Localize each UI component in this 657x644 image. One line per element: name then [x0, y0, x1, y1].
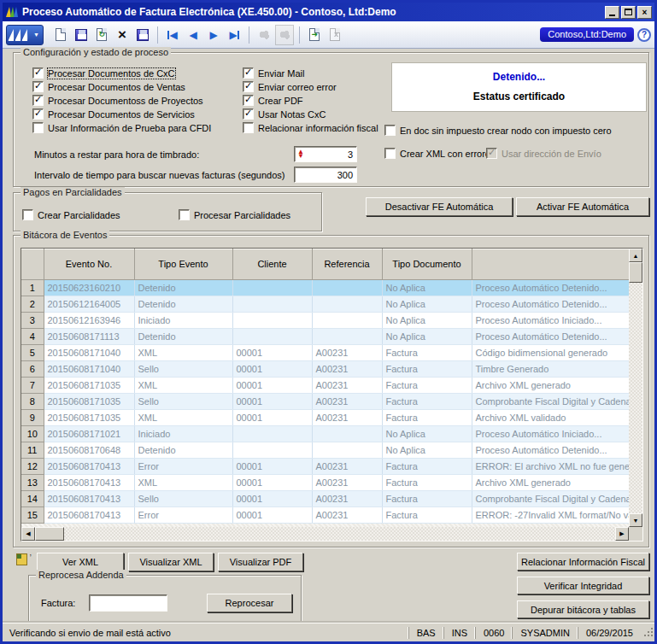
grid-cell[interactable]: 00001	[232, 378, 312, 394]
table-row[interactable]: 620150608171040Sello00001A00231FacturaTi…	[21, 361, 629, 378]
grid-cell[interactable]: Detenido	[134, 296, 232, 313]
help-button[interactable]: ?	[637, 28, 651, 42]
relacionar-info-fiscal-button[interactable]: Relacionar Información Fiscal	[517, 553, 649, 571]
column-header[interactable]	[21, 249, 44, 280]
grid-cell[interactable]: 20150608171035	[44, 378, 134, 394]
refresh-button[interactable]: ↻	[92, 25, 111, 45]
grid-cell[interactable]: XML	[134, 410, 232, 426]
grid-cell[interactable]: 20150608170413	[44, 507, 134, 524]
grid-cell[interactable]: Factura	[382, 459, 472, 475]
row-number[interactable]: 12	[21, 459, 44, 475]
checkbox[interactable]: ✓	[243, 95, 254, 106]
checkbox[interactable]: ✓	[32, 67, 44, 79]
table-row[interactable]: 520150608171040XML00001A00231FacturaCódi…	[21, 345, 629, 361]
row-number[interactable]: 6	[21, 361, 44, 378]
grid-cell[interactable]: XML	[134, 345, 232, 361]
desactivar-fe-button[interactable]: Desactivar FE Automática	[366, 197, 513, 216]
table-row[interactable]: 820150608171035Sello00001A00231FacturaCo…	[21, 394, 629, 410]
vertical-scroll-thumb[interactable]	[629, 262, 642, 283]
visualizar-pdf-button[interactable]: Visualizar PDF	[218, 553, 303, 571]
grid-cell[interactable]: 20150608171113	[44, 329, 134, 345]
grid-cell[interactable]: Sello	[134, 361, 232, 378]
grid-cell[interactable]: Factura	[382, 507, 472, 524]
grid-cell[interactable]: XML	[134, 378, 232, 394]
table-row[interactable]: 220150612164005DetenidoNo AplicaProceso …	[21, 296, 629, 313]
grid-cell[interactable]: Error	[134, 459, 232, 475]
grid-cell[interactable]: 00001	[232, 459, 312, 475]
grid-cell[interactable]: 20150608170413	[44, 491, 134, 507]
row-number[interactable]: 5	[21, 345, 44, 361]
grid-cell[interactable]: Proceso Automático Detenido...	[472, 442, 629, 459]
row-number[interactable]: 15	[21, 507, 44, 524]
grid-cell[interactable]: Proceso Automático Iniciado...	[472, 426, 629, 442]
grid-cell[interactable]: Factura	[382, 345, 472, 361]
checkbox[interactable]: ✓	[32, 81, 44, 92]
grid-cell[interactable]: Comprobante Fiscal Digital y Cadena orig	[472, 491, 629, 507]
grid-cell[interactable]: Archivo XML validado	[472, 410, 629, 426]
grid-cell[interactable]: ERROR: -27Invalid XML format/No valido	[472, 507, 629, 524]
checkbox-procesar-servicios[interactable]: ✓ Procesar Documentos de Servicios	[32, 108, 195, 120]
grid-cell[interactable]	[312, 426, 382, 442]
grid-cell[interactable]: 20150608170413	[44, 459, 134, 475]
vertical-scrollbar[interactable]: ▲ ▼	[629, 249, 642, 527]
grid-cell[interactable]: 20150612164005	[44, 296, 134, 313]
grid-cell[interactable]: A00231	[312, 378, 382, 394]
grid-cell[interactable]	[232, 329, 312, 345]
table-row[interactable]: 920150608171035XML00001A00231FacturaArch…	[21, 410, 629, 426]
row-number[interactable]: 7	[21, 378, 44, 394]
next-record-button[interactable]: ▶	[204, 25, 223, 45]
grid-cell[interactable]: Iniciado	[134, 313, 232, 329]
visualizar-xml-button[interactable]: Visualizar XML	[128, 553, 214, 571]
checkbox[interactable]: ✓	[384, 148, 396, 159]
grid-cell[interactable]: Factura	[382, 475, 472, 491]
checkbox-info-prueba-cfdi[interactable]: ✓ Usar Información de Prueba para CFDI	[32, 122, 211, 133]
grid-cell[interactable]: 20150612163946	[44, 313, 134, 329]
previous-record-button[interactable]: ◀	[184, 25, 202, 45]
grid-cell[interactable]: Factura	[382, 410, 472, 426]
checkbox[interactable]: ✓	[32, 122, 44, 133]
grid-cell[interactable]	[312, 313, 382, 329]
grid-cell[interactable]: Timbre Generado	[472, 361, 629, 378]
checkbox-enviar-correo-error[interactable]: ✓ Enviar correo error	[243, 81, 337, 92]
checkbox-enviar-mail[interactable]: ✓ Enviar Mail	[243, 67, 304, 79]
grid-cell[interactable]	[232, 313, 312, 329]
grid-cell[interactable]: Código bidimensional generado	[472, 345, 629, 361]
grid-cell[interactable]: Detenido	[134, 329, 232, 345]
grid-cell[interactable]: 20150608171035	[44, 394, 134, 410]
column-header[interactable]: Tipo Evento	[134, 249, 232, 280]
checkbox[interactable]: ✓	[243, 67, 254, 79]
scroll-right-button[interactable]: ▶	[615, 527, 629, 541]
checkbox[interactable]: ✓	[243, 81, 254, 92]
row-number[interactable]: 8	[21, 394, 44, 410]
intervalo-input[interactable]: 300	[294, 167, 357, 183]
grid-cell[interactable]: A00231	[312, 394, 382, 410]
factura-input[interactable]	[89, 594, 167, 612]
grid-cell[interactable]: Proceso Automático Detenido...	[472, 280, 629, 296]
first-record-button[interactable]: ◀	[163, 25, 182, 45]
row-number[interactable]: 3	[21, 313, 44, 329]
grid-cell[interactable]: A00231	[312, 410, 382, 426]
grid-cell[interactable]	[312, 296, 382, 313]
grid-cell[interactable]: 00001	[232, 507, 312, 524]
row-number[interactable]: 9	[21, 410, 44, 426]
grid-cell[interactable]: 20150608170648	[44, 442, 134, 459]
ver-xml-button[interactable]: Ver XML	[37, 553, 124, 571]
row-number[interactable]: 10	[21, 426, 44, 442]
grid-cell[interactable]: 00001	[232, 345, 312, 361]
grid-cell[interactable]: 00001	[232, 475, 312, 491]
table-row[interactable]: 1120150608170648DetenidoNo AplicaProceso…	[21, 442, 629, 459]
table-row[interactable]: 320150612163946IniciadoNo AplicaProceso …	[21, 313, 629, 329]
checkbox-procesar-proyectos[interactable]: ✓ Procesar Documentoss de Proyectos	[32, 95, 203, 106]
grid-cell[interactable]: No Aplica	[382, 280, 472, 296]
scroll-left-button[interactable]: ◀	[21, 527, 35, 541]
checkbox-procesar-ventas[interactable]: ✓ Procesar Documentos de Ventas	[32, 81, 185, 92]
checkbox-xml-errores[interactable]: ✓ Crear XML con errores	[384, 148, 495, 159]
grid-cell[interactable]: Factura	[382, 394, 472, 410]
last-record-button[interactable]: ▶	[225, 25, 243, 45]
table-row[interactable]: 1020150608171021IniciadoNo AplicaProceso…	[21, 426, 629, 442]
row-number[interactable]: 14	[21, 491, 44, 507]
column-header[interactable]: Evento No.	[44, 249, 134, 280]
process-stop-button[interactable]	[275, 25, 294, 45]
delete-button[interactable]: ×	[113, 25, 132, 45]
checkbox-crear-pdf[interactable]: ✓ Crear PDF	[243, 95, 303, 106]
